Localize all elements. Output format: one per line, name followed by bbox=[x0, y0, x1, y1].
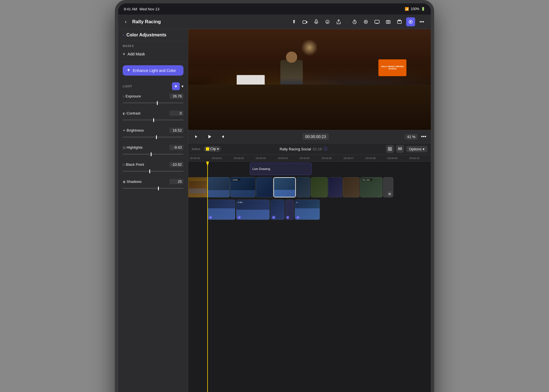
options-chevron-icon: ▾ bbox=[423, 147, 425, 151]
camera2-icon[interactable] bbox=[395, 17, 404, 26]
panel-header: ‹ Color Adjustments bbox=[118, 29, 188, 41]
start-clip[interactable] bbox=[188, 177, 207, 197]
masks-label: MASKS bbox=[123, 45, 183, 48]
shadows-label: ◉ Shadows bbox=[123, 179, 141, 184]
device-frame: 9:41 AM Wed Nov 13 📶 100% 🔋 ‹ Rally Raci… bbox=[115, 0, 434, 392]
svg-text:A: A bbox=[327, 21, 328, 24]
shadows-value: 25 bbox=[169, 179, 183, 184]
project-info: Rally Racing Social 01:19 ⓘ bbox=[280, 146, 327, 151]
timeline-view-button[interactable] bbox=[396, 145, 404, 153]
more-options-icon[interactable]: ••• bbox=[417, 17, 426, 26]
audio-clip-5[interactable]: 1-... 4 bbox=[295, 200, 320, 220]
clip-end[interactable]: ⊞ bbox=[383, 177, 393, 197]
fast-forward-button[interactable] bbox=[217, 132, 226, 141]
audio-clip-4[interactable]: 4 bbox=[285, 200, 294, 220]
clip-landscape[interactable]: DJI_202... bbox=[360, 177, 383, 197]
panel-back-button[interactable]: ‹ bbox=[123, 32, 124, 38]
video-scene: RALLY READY DRIVING SCHOOL bbox=[188, 29, 431, 130]
ruler-marks: 00:00:00 00:00:01 00:00:02 00:00:03 00:0… bbox=[189, 157, 431, 160]
exposure-slider[interactable] bbox=[123, 100, 183, 106]
ruler-mark-0: 00:00:00 bbox=[189, 157, 211, 160]
photo-icon[interactable] bbox=[384, 17, 393, 26]
clip-chevron-icon: ▾ bbox=[217, 147, 219, 151]
display-icon[interactable] bbox=[373, 17, 381, 26]
plus-icon: + bbox=[123, 52, 125, 57]
shadows-slider[interactable] bbox=[123, 185, 183, 191]
upload-icon[interactable]: ⬆ bbox=[289, 17, 298, 26]
status-time: 9:41 AM bbox=[124, 7, 137, 11]
timeline-area: Select Clip ▾ Rally Racing Social 01:19 … bbox=[188, 143, 431, 392]
ruler-mark-1: 00:00:01 bbox=[211, 157, 233, 160]
auto-enhance-button[interactable] bbox=[172, 82, 180, 90]
clip-6[interactable] bbox=[311, 177, 328, 197]
wifi-icon: 📶 bbox=[405, 7, 409, 11]
timeline-tracks[interactable]: Live Drawing bbox=[188, 162, 431, 392]
svg-rect-9 bbox=[375, 20, 379, 23]
highlights-slider-row: ◎ Highlights -9.43 bbox=[123, 145, 183, 157]
clip-2[interactable]: 24091... bbox=[230, 177, 255, 197]
timecode-display: 00:00:00:23 bbox=[303, 133, 329, 140]
audio-clip-1[interactable]: 4 bbox=[207, 200, 235, 220]
camera-icon[interactable] bbox=[301, 17, 310, 26]
blackpoint-slider[interactable] bbox=[123, 168, 183, 174]
clip-label: Clip bbox=[210, 147, 216, 151]
exposure-label: ↕ Exposure bbox=[123, 94, 141, 98]
scene-sign-text: RALLY READY DRIVING SCHOOL bbox=[378, 66, 406, 70]
highlights-slider[interactable] bbox=[123, 151, 183, 157]
clip-4-selected[interactable] bbox=[273, 177, 296, 197]
clip-8[interactable] bbox=[343, 177, 360, 197]
enhance-label: Enhance Light and Color bbox=[133, 68, 176, 73]
rewind-button[interactable] bbox=[193, 132, 202, 141]
main-track: 24091... bbox=[207, 177, 431, 197]
play-button[interactable] bbox=[205, 132, 214, 141]
clip-chip[interactable]: Clip ▾ bbox=[204, 146, 221, 152]
svg-point-7 bbox=[364, 20, 367, 24]
audio-clip-3[interactable]: 4 bbox=[271, 200, 285, 220]
ruler-mark-3: 00:00:03 bbox=[255, 157, 277, 160]
mic-icon[interactable] bbox=[312, 17, 321, 26]
light-chevron-icon[interactable]: ▾ bbox=[182, 84, 183, 88]
scene-floor bbox=[188, 85, 431, 130]
brightness-label: ✦ Brightness bbox=[123, 128, 144, 132]
blackpoint-value: -10.92 bbox=[169, 162, 183, 167]
clip-7[interactable] bbox=[328, 177, 342, 197]
inspect-active-icon[interactable] bbox=[406, 17, 415, 26]
add-mask-button[interactable]: + Add Mask bbox=[123, 50, 183, 58]
enhance-button[interactable]: Enhance Light and Color bbox=[123, 65, 183, 76]
share-icon[interactable] bbox=[334, 17, 343, 26]
timeline-tools: Options ▾ bbox=[386, 145, 427, 153]
contrast-slider-row: ◐ Contrast 0 bbox=[123, 111, 183, 123]
svg-rect-24 bbox=[398, 149, 402, 150]
voiceover-icon[interactable]: A bbox=[323, 17, 332, 26]
audio-clip-2[interactable]: 1-Wi... 4 bbox=[236, 200, 270, 220]
zoom-value[interactable]: 41 % bbox=[405, 134, 418, 140]
clip-5[interactable] bbox=[296, 177, 310, 197]
highlights-value: -9.43 bbox=[169, 145, 183, 150]
contrast-slider[interactable] bbox=[123, 117, 183, 123]
enhance-icon bbox=[127, 68, 131, 73]
exposure-value: 26.76 bbox=[169, 94, 183, 99]
exposure-slider-row: ↕ Exposure 26.76 bbox=[123, 94, 183, 106]
grid-view-button[interactable] bbox=[386, 145, 394, 153]
brightness-value: 16.52 bbox=[169, 128, 183, 133]
live-drawing-track[interactable]: Live Drawing bbox=[250, 163, 311, 175]
speed-icon[interactable] bbox=[361, 17, 370, 26]
svg-rect-19 bbox=[388, 147, 390, 149]
svg-rect-20 bbox=[390, 147, 392, 149]
more-options-button[interactable]: ••• bbox=[421, 134, 426, 140]
project-duration: 01:19 bbox=[313, 147, 322, 151]
status-date: Wed Nov 13 bbox=[139, 7, 159, 11]
clip-3[interactable] bbox=[256, 177, 273, 197]
timer-icon[interactable] bbox=[350, 17, 359, 26]
live-drawing-label: Live Drawing bbox=[252, 167, 270, 171]
clip-1[interactable] bbox=[207, 177, 230, 197]
brightness-slider[interactable] bbox=[123, 134, 183, 140]
scene-person-head bbox=[286, 52, 297, 63]
playhead-marker bbox=[206, 162, 209, 167]
battery-label: 100% bbox=[411, 7, 419, 11]
add-mask-label: Add Mask bbox=[127, 52, 145, 56]
nav-back-button[interactable]: ‹ bbox=[123, 18, 129, 26]
info-icon[interactable]: ⓘ bbox=[324, 146, 327, 151]
options-button[interactable]: Options ▾ bbox=[406, 146, 427, 152]
svg-point-8 bbox=[365, 21, 366, 22]
